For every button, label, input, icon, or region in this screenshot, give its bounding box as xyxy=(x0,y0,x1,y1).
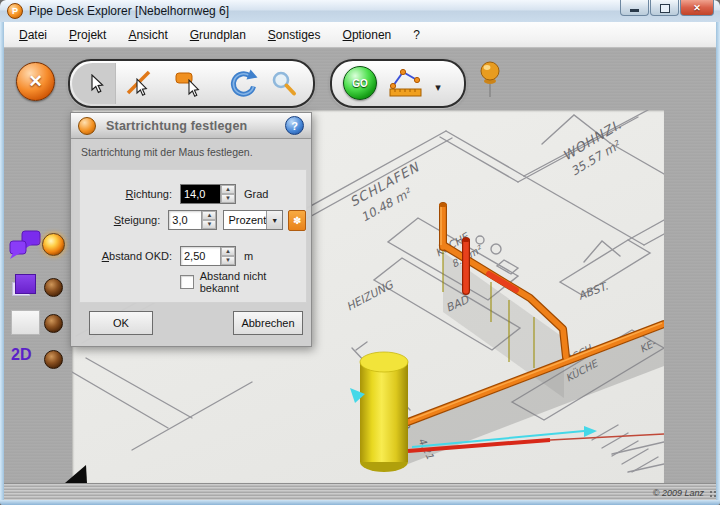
menu-item-sonstiges[interactable]: Sonstiges xyxy=(268,28,321,42)
pin-toolbar-button[interactable] xyxy=(478,60,502,106)
cancel-tool-button[interactable]: ✕ xyxy=(16,62,55,101)
menu-item-grundplan[interactable]: Grundplan xyxy=(190,28,246,42)
ok-button[interactable]: OK xyxy=(89,311,153,335)
magnifier-icon xyxy=(270,70,298,98)
window-title: Pipe Desk Explorer [Nebelhornweg 6] xyxy=(29,4,229,18)
tool-group-run: GO ▾ xyxy=(330,59,466,108)
mode-2d-button[interactable]: 2D xyxy=(11,346,31,364)
steigung-unit-dropdown[interactable]: Prozent ▼ xyxy=(223,210,283,230)
steigung-spin-up[interactable]: ▲ xyxy=(202,211,216,220)
richtung-value[interactable]: 14,0 xyxy=(181,185,220,203)
tool-group-edit xyxy=(68,59,315,108)
richtung-label: Richtung: xyxy=(80,188,172,200)
help-button[interactable]: ? xyxy=(285,116,304,135)
steigung-options-button[interactable]: ✽ xyxy=(288,210,306,231)
rotate-icon xyxy=(226,69,258,99)
chevron-down-icon: ▾ xyxy=(435,81,441,94)
richtung-spin-up[interactable]: ▲ xyxy=(221,185,235,194)
abstand-unknown-checkbox[interactable] xyxy=(180,275,194,289)
richtung-spinner[interactable]: 14,0 ▲▼ xyxy=(180,184,236,204)
x-icon: ✕ xyxy=(28,71,42,92)
steigung-unit-selected: Prozent xyxy=(224,211,266,229)
measure-icon xyxy=(386,67,426,99)
draw-rect-cursor-icon xyxy=(175,70,205,98)
room-label-heizung: HEIZUNG xyxy=(344,278,396,314)
steigung-spinner[interactable]: 3,0 ▲▼ xyxy=(168,210,217,230)
menu-item-projekt[interactable]: Projekt xyxy=(69,28,106,42)
title-bar[interactable]: P Pipe Desk Explorer [Nebelhornweg 6] ✕ xyxy=(0,0,720,23)
app-logo-icon: P xyxy=(7,3,23,19)
restore-button[interactable] xyxy=(650,0,679,16)
window-border-bottom xyxy=(0,500,720,505)
steigung-spin-down[interactable]: ▼ xyxy=(202,220,216,229)
startrichtung-dialog: Startrichtung festlegen ? Startrichtung … xyxy=(70,112,312,347)
mouse-cursor xyxy=(64,464,90,486)
rotate-view-tool-button[interactable] xyxy=(222,68,262,100)
minimize-button[interactable] xyxy=(620,0,649,16)
branch-shadow xyxy=(443,252,564,398)
layer-toggle-button[interactable] xyxy=(12,274,36,296)
measure-dropdown-button[interactable]: ▾ xyxy=(428,71,448,103)
chevron-down-icon: ▼ xyxy=(266,211,282,229)
draw-pipe-tool-button[interactable] xyxy=(120,68,160,100)
abstand-unknown-label: Abstand nicht bekannt xyxy=(200,270,306,294)
steigung-label: Steigung: xyxy=(80,214,160,226)
room-label-abstellraum: ABST. xyxy=(576,280,609,303)
close-icon: ✕ xyxy=(693,3,701,13)
dialog-header: Startrichtung festlegen ? xyxy=(71,113,311,139)
mode-2d-indicator-led[interactable] xyxy=(44,350,63,369)
app-window: P Pipe Desk Explorer [Nebelhornweg 6] ✕ … xyxy=(0,0,720,505)
abstand-spin-up[interactable]: ▲ xyxy=(221,247,235,256)
cancel-button[interactable]: Abbrechen xyxy=(233,311,303,335)
notes-toggle-button[interactable] xyxy=(8,228,44,258)
richtung-spin-down[interactable]: ▼ xyxy=(221,194,235,203)
speech-bubbles-icon xyxy=(8,228,44,260)
background-toggle-button[interactable] xyxy=(11,310,40,335)
pushpin-icon xyxy=(478,60,502,102)
draw-line-cursor-icon xyxy=(125,70,155,98)
window-border-left xyxy=(0,22,4,500)
notes-indicator-led[interactable] xyxy=(42,233,65,256)
menu-item-datei[interactable]: Datei xyxy=(19,28,47,42)
minimize-icon xyxy=(630,9,639,12)
restore-icon xyxy=(660,4,670,13)
menu-item-ansicht[interactable]: Ansicht xyxy=(128,28,167,42)
abstand-label: Abstand OKD: xyxy=(80,250,172,262)
menu-item-optionen[interactable]: Optionen xyxy=(343,28,392,42)
draw-object-tool-button[interactable] xyxy=(170,68,210,100)
shaft-cylinder[interactable] xyxy=(360,352,408,472)
abstand-spin-down[interactable]: ▼ xyxy=(221,256,235,265)
select-tool-button[interactable] xyxy=(76,68,116,100)
go-button[interactable]: GO xyxy=(340,67,380,99)
menu-item-help[interactable]: ? xyxy=(413,28,420,42)
zoom-tool-button[interactable] xyxy=(264,68,304,100)
menu-bar: Datei Projekt Ansicht Grundplan Sonstige… xyxy=(1,22,719,48)
steigung-value[interactable]: 3,0 xyxy=(169,211,201,229)
dialog-subtitle: Startrichtung mit der Maus festlegen. xyxy=(81,146,253,158)
background-indicator-led[interactable] xyxy=(44,314,63,333)
dialog-fields-panel: Richtung: 14,0 ▲▼ Grad Steigung: 3,0 ▲▼ … xyxy=(79,169,307,303)
go-sphere: GO xyxy=(343,66,377,100)
measure-tool-button[interactable] xyxy=(384,67,428,99)
dialog-title: Startrichtung festlegen xyxy=(106,119,285,133)
abstand-spinner[interactable]: 2,50 ▲▼ xyxy=(180,246,236,266)
richtung-unit: Grad xyxy=(244,188,268,200)
window-border-right xyxy=(716,22,720,500)
layer-front-square xyxy=(15,274,36,294)
abstand-value[interactable]: 2,50 xyxy=(181,247,220,265)
close-button[interactable]: ✕ xyxy=(680,0,714,16)
copyright-text: © 2009 Lanz xyxy=(653,488,704,498)
abstand-unit: m xyxy=(244,250,253,262)
status-bar: © 2009 Lanz xyxy=(0,483,720,501)
dialog-orb-icon xyxy=(78,117,96,135)
layer-indicator-led[interactable] xyxy=(44,278,63,297)
pointer-icon xyxy=(87,74,105,94)
